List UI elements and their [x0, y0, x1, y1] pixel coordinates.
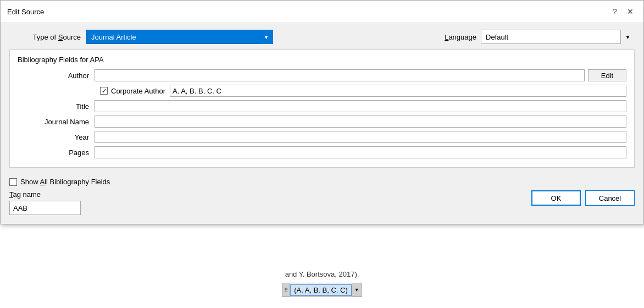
citation-handle: ⠿: [282, 283, 290, 296]
language-label: Language: [445, 33, 476, 41]
corporate-author-input[interactable]: [170, 85, 626, 97]
year-label: Year: [18, 133, 95, 141]
tag-and-actions-row: Tag name OK Cancel: [9, 190, 635, 215]
dialog-titlebar: Edit Source ? ✕: [1, 1, 643, 23]
citation-dropdown-btn[interactable]: ▼: [352, 283, 362, 296]
pages-label: Pages: [18, 148, 95, 157]
title-input[interactable]: [95, 100, 626, 112]
journal-name-input[interactable]: [95, 116, 626, 128]
journal-name-field-row: Journal Name: [18, 116, 626, 128]
citation-widget[interactable]: ⠿ (A. A, B. B, C. C) ▼: [282, 283, 362, 297]
language-section: Language Default English French ▼: [445, 30, 635, 44]
source-type-select[interactable]: Journal Article Book Book Section Confer…: [86, 30, 273, 44]
edit-source-dialog: Edit Source ? ✕ Type of Source Journal A…: [0, 0, 644, 224]
corporate-author-row: ✓ Corporate Author: [18, 85, 626, 97]
year-field-row: Year: [18, 131, 626, 143]
help-button[interactable]: ?: [608, 5, 621, 18]
bibliography-section: Bibliography Fields for APA Author Edit …: [9, 50, 635, 168]
cancel-button[interactable]: Cancel: [585, 190, 635, 206]
pages-field-row: Pages: [18, 146, 626, 158]
source-type-select-wrap: Journal Article Book Book Section Confer…: [86, 30, 273, 44]
dialog-bottom: Show All Bibliography Fields Tag name OK…: [9, 173, 635, 217]
corporate-author-checkbox[interactable]: ✓: [100, 87, 108, 95]
titlebar-buttons: ? ✕: [608, 5, 637, 18]
checkbox-check-icon: ✓: [102, 87, 107, 95]
author-field-row: Author Edit: [18, 69, 626, 81]
dialog-title: Edit Source: [7, 8, 44, 16]
title-field-row: Title: [18, 100, 626, 112]
tag-section: Tag name: [9, 190, 81, 215]
bib-section-title: Bibliography Fields for APA: [18, 56, 626, 64]
ok-button[interactable]: OK: [531, 190, 581, 206]
journal-name-label: Journal Name: [18, 118, 95, 126]
language-select[interactable]: Default English French: [481, 30, 635, 44]
tag-name-input[interactable]: [9, 201, 81, 215]
citation-text: (A. A, B. B, C. C): [290, 284, 352, 296]
author-edit-button[interactable]: Edit: [588, 69, 626, 81]
dialog-body: Type of Source Journal Article Book Book…: [1, 23, 643, 224]
language-select-wrap: Default English French ▼: [481, 30, 635, 44]
show-all-row: Show All Bibliography Fields: [9, 178, 635, 186]
action-buttons: OK Cancel: [531, 190, 635, 207]
title-label: Title: [18, 102, 95, 111]
author-label: Author: [18, 72, 95, 80]
pages-input[interactable]: [95, 146, 626, 158]
show-all-label: Show All Bibliography Fields: [20, 178, 110, 186]
source-language-row: Type of Source Journal Article Book Book…: [9, 30, 635, 44]
document-text: and Y. Bortsova, 2017).: [285, 270, 359, 278]
tag-name-label: Tag name: [9, 190, 81, 199]
corporate-author-label: Corporate Author: [111, 87, 165, 95]
year-input[interactable]: [95, 131, 626, 143]
close-button[interactable]: ✕: [624, 5, 637, 18]
author-input[interactable]: [95, 69, 585, 81]
source-type-label: Type of Source: [9, 33, 86, 41]
show-all-checkbox[interactable]: [9, 178, 17, 186]
